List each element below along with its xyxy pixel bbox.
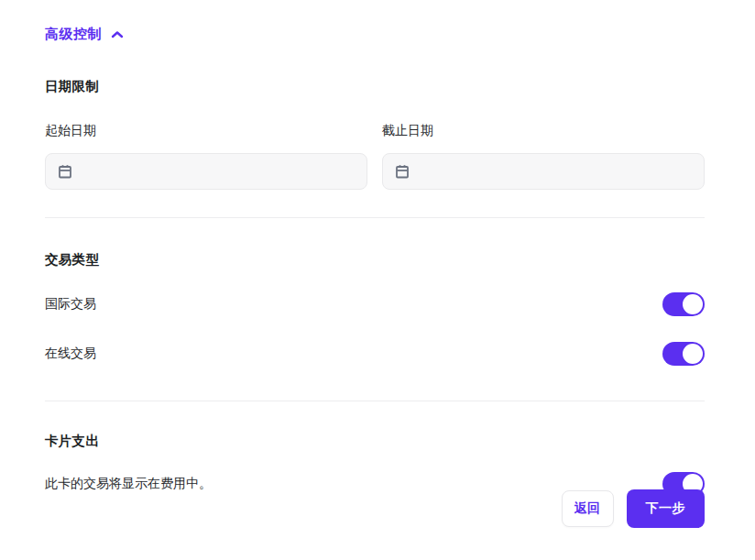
calendar-icon bbox=[57, 163, 73, 180]
international-transactions-toggle[interactable] bbox=[662, 292, 705, 316]
toggle-knob bbox=[683, 294, 703, 314]
calendar-icon bbox=[394, 163, 410, 180]
card-spend-section: 卡片支出 此卡的交易将显示在费用中。 bbox=[45, 433, 705, 496]
advanced-controls-title: 高级控制 bbox=[45, 26, 102, 43]
chevron-up-icon[interactable] bbox=[111, 30, 124, 39]
card-spend-title: 卡片支出 bbox=[45, 433, 705, 450]
online-transactions-toggle[interactable] bbox=[662, 342, 705, 366]
start-date-input[interactable] bbox=[45, 153, 367, 190]
end-date-group: 截止日期 bbox=[382, 123, 705, 190]
advanced-controls-header[interactable]: 高级控制 bbox=[45, 26, 124, 43]
international-transactions-row: 国际交易 bbox=[45, 292, 705, 316]
card-spend-description: 此卡的交易将显示在费用中。 bbox=[45, 476, 212, 492]
date-limit-section: 日期限制 起始日期 截止日期 bbox=[45, 78, 705, 190]
start-date-label: 起始日期 bbox=[45, 123, 367, 139]
date-fields-grid: 起始日期 截止日期 bbox=[45, 123, 705, 190]
toggle-knob bbox=[683, 344, 703, 364]
date-limit-title: 日期限制 bbox=[45, 78, 705, 95]
next-button[interactable]: 下一步 bbox=[627, 489, 706, 528]
advanced-controls-panel: 高级控制 日期限制 起始日期 bbox=[0, 0, 755, 560]
footer-actions: 返回 下一步 bbox=[562, 489, 706, 528]
end-date-label: 截止日期 bbox=[382, 123, 705, 139]
online-transactions-row: 在线交易 bbox=[45, 342, 705, 366]
international-transactions-label: 国际交易 bbox=[45, 296, 96, 313]
online-transactions-label: 在线交易 bbox=[45, 346, 96, 362]
transaction-type-section: 交易类型 国际交易 在线交易 bbox=[45, 251, 705, 366]
end-date-input[interactable] bbox=[382, 153, 705, 190]
transaction-type-title: 交易类型 bbox=[45, 251, 705, 269]
divider bbox=[45, 401, 705, 401]
back-button[interactable]: 返回 bbox=[562, 490, 614, 527]
start-date-group: 起始日期 bbox=[45, 123, 367, 190]
divider bbox=[45, 217, 705, 218]
